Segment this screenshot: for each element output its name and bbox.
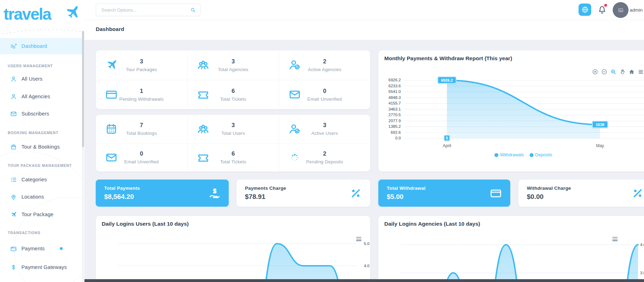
app-root: { "brand": {"text_main": "travel", "text… <box>0 0 644 282</box>
stat-label: Email Unverified <box>124 159 159 164</box>
sidebar-item-all-agencies[interactable]: All Agencies <box>0 89 82 104</box>
notifications-button[interactable] <box>598 5 607 14</box>
spinner-icon <box>289 151 301 164</box>
sidebar-item-payment-gateways[interactable]: Payment Gateways <box>0 260 82 274</box>
stat-cell-tour-packages: 3Tour Packages <box>96 50 187 80</box>
monthly-report-chart-card: Monthly Payments & Withdraw Report (This… <box>378 50 644 171</box>
y-tick-label: 4155.7 <box>380 101 401 105</box>
brand-logo[interactable]: travela <box>4 4 83 25</box>
menu-icon[interactable] <box>638 69 644 75</box>
sidebar-item-locations[interactable]: Locations <box>0 190 82 204</box>
summary-title: Withdrawal Charge <box>527 186 571 191</box>
image-placeholder-icon <box>617 7 624 14</box>
sidebar-section-transactions: TRANSACTIONS <box>8 231 40 235</box>
y-tick-label: 6926.2 <box>380 78 401 82</box>
stat-cell-total-bookings: 7Total Bookings <box>96 115 187 143</box>
stat-cell-pending-deposits: 2Pending Deposits <box>279 143 370 172</box>
credit-card-icon <box>105 88 118 101</box>
selection-zoom-icon[interactable] <box>610 69 617 75</box>
sidebar-item-tour-package[interactable]: Tour Package <box>0 207 82 221</box>
zoom-in-icon[interactable] <box>592 69 598 75</box>
user-icon <box>10 93 17 100</box>
y-tick-label: 4.0 <box>360 264 370 268</box>
sidebar-item-label: Payments <box>21 246 45 251</box>
stat-value: 2 <box>308 58 341 65</box>
legend-marker-icon <box>494 153 498 157</box>
summary-value: $5.00 <box>387 193 425 201</box>
sidebar-item-label: Dashboard <box>21 43 47 49</box>
location-pin-icon <box>10 194 17 200</box>
mail-icon <box>10 111 17 117</box>
percent-icon <box>350 187 362 199</box>
search-box[interactable] <box>96 4 201 16</box>
sidebar-item-tour-bookings[interactable]: Tour & Bookings <box>0 140 82 154</box>
legend-item-deposits[interactable]: Deposits <box>530 152 553 157</box>
summary-card-total-payments: Total Payments $8,564.20 <box>96 180 229 207</box>
daily-agencies-plot[interactable] <box>378 216 644 282</box>
stat-cell-active-users: 3Active Users <box>279 115 370 143</box>
stat-value: 0 <box>124 150 159 157</box>
search-input[interactable] <box>101 7 190 13</box>
y-tick-label: 2077.9 <box>380 119 401 123</box>
data-point-label: 1638 <box>592 121 608 128</box>
y-tick-label: 3463.1 <box>380 107 401 111</box>
stat-label: Active Agencies <box>308 67 341 72</box>
sidebar-item-all-users[interactable]: All Users <box>0 72 82 86</box>
search-icon[interactable] <box>190 7 196 13</box>
sidebar-scrollbar-thumb[interactable] <box>82 31 84 147</box>
home-reset-icon[interactable] <box>629 69 635 75</box>
language-globe-button[interactable] <box>579 4 591 16</box>
y-tick-label: 4.0 <box>640 243 644 247</box>
stat-cell-pending-withdrawals: 1Pending Withdrawals <box>96 80 187 109</box>
y-tick-label: 0.0 <box>380 136 401 140</box>
stat-label: Total Tickets <box>220 96 246 102</box>
horizontal-scrollbar[interactable] <box>84 279 644 282</box>
legend-item-withdrawals[interactable]: Withdrawals <box>494 152 524 157</box>
sidebar-item-categories[interactable]: Categories <box>0 173 82 187</box>
user-menu-label[interactable]: admin <box>630 7 643 13</box>
dashed-arc-decoration <box>0 27 84 37</box>
user-check-icon <box>289 123 301 135</box>
legend-label: Withdrawals <box>500 152 524 157</box>
x-axis-label-april: April <box>429 143 465 148</box>
stat-label: Total Tickets <box>220 159 246 164</box>
y-tick-label: 1385.2 <box>380 124 401 129</box>
notification-badge-dot <box>604 4 607 7</box>
y-tick-label: 5.0 <box>360 242 370 246</box>
stat-label: Pending Withdrawals <box>119 96 164 102</box>
sidebar-item-label: Categories <box>21 177 47 182</box>
y-tick-label: 3.0 <box>640 271 644 275</box>
credit-card-icon <box>490 187 502 199</box>
chart-toolbar <box>592 69 644 75</box>
sidebar-item-subscribers[interactable]: Subscribers <box>0 107 82 121</box>
stat-value: 3 <box>221 122 245 129</box>
sidebar-item-dashboard[interactable]: Dashboard <box>0 38 82 54</box>
mail-icon <box>105 151 118 164</box>
summary-value: $8,564.20 <box>104 193 140 201</box>
stat-cell-total-users: 3Total Users <box>187 115 279 143</box>
data-point-label: 6926.2 <box>437 76 456 84</box>
stat-value: 7 <box>126 122 157 129</box>
summary-value: $0.00 <box>527 193 571 201</box>
ticket-icon <box>197 151 209 164</box>
daily-users-plot[interactable] <box>96 216 370 282</box>
sidebar-item-label: Tour & Bookings <box>21 144 60 150</box>
stat-value: 0 <box>308 88 342 94</box>
payments-notification-dot <box>60 247 63 250</box>
user-check-icon <box>289 59 301 71</box>
chart-title: Monthly Payments & Withdraw Report (This… <box>384 55 512 62</box>
hand-dollar-icon <box>208 187 220 199</box>
sidebar-item-payments[interactable]: Payments <box>0 242 82 256</box>
brand-text-tail: a <box>43 5 51 23</box>
sidebar: travela Dashboard USERS MANAGEMENT All U… <box>0 0 84 282</box>
stat-label: Total Agencies <box>218 67 248 72</box>
monthly-report-plot[interactable] <box>403 77 644 145</box>
pan-hand-icon[interactable] <box>619 69 626 75</box>
user-avatar[interactable] <box>613 2 629 18</box>
zoom-out-icon[interactable] <box>601 69 607 75</box>
y-tick-label: 6233.6 <box>380 84 401 88</box>
stat-value: 1 <box>119 88 164 94</box>
page-header: Dashboard <box>84 20 644 40</box>
stat-label: Email Unverified <box>308 96 342 102</box>
summary-title: Payments Charge <box>245 186 286 191</box>
